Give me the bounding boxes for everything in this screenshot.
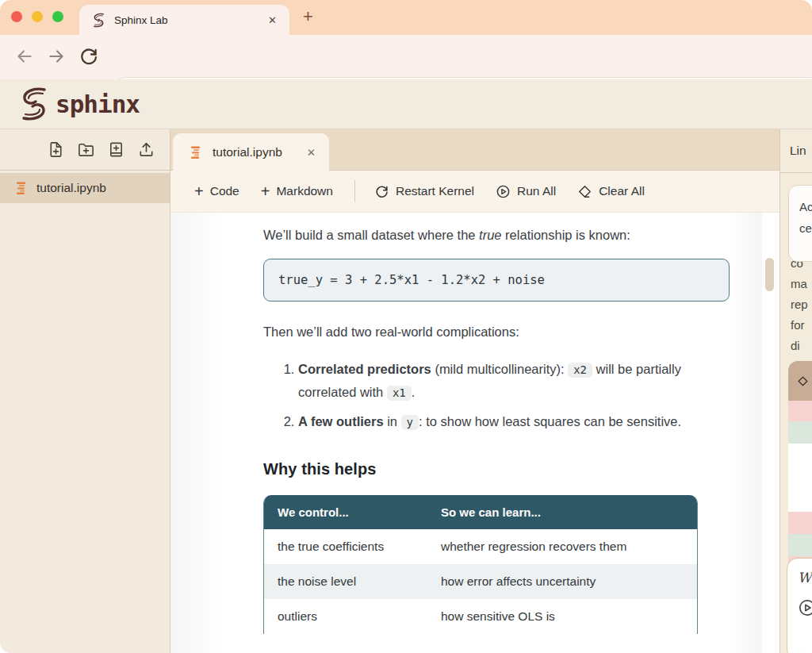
diff-body [788, 401, 812, 578]
scrollbar-thumb[interactable] [765, 258, 774, 291]
browser-tab-title: Sphinx Lab [114, 14, 265, 26]
diff-line-added [788, 421, 812, 444]
inline-code-x1: x1 [387, 386, 412, 401]
browser-tab[interactable]: Sphinx Lab ✕ [79, 5, 289, 35]
new-notebook-icon[interactable] [107, 140, 125, 159]
forward-button[interactable] [46, 46, 67, 67]
sphinx-favicon-icon [92, 13, 105, 28]
paragraph-dataset: We’ll build a small dataset where the tr… [263, 225, 730, 245]
assistant-panel: Lin comarepfordian Acce W [779, 129, 812, 653]
assistant-card-line: ce [799, 217, 812, 239]
inline-code-x2: x2 [568, 363, 592, 378]
assistant-card-line: Ac [799, 196, 812, 217]
table-header-cell: So we can learn... [427, 495, 697, 529]
plus-icon: + [194, 183, 204, 199]
add-markdown-cell-button[interactable]: + Markdown [261, 183, 333, 199]
minimize-window-button[interactable] [32, 11, 43, 22]
table-cell: the true coefficients [264, 529, 427, 564]
play-circle-icon [496, 184, 511, 199]
add-code-cell-button[interactable]: + Code [194, 183, 239, 199]
brand-wordmark: sphinx [56, 90, 140, 118]
code-cell[interactable]: true_y = 3 + 2.5*x1 - 1.2*x2 + noise [263, 259, 730, 302]
assistant-panel-title: Lin [790, 144, 806, 158]
sphinx-logo-icon [21, 86, 48, 121]
upload-icon[interactable] [137, 140, 155, 159]
sidebar-item-tutorial-ipynb[interactable]: tutorial.ipynb [0, 173, 170, 203]
run-all-label: Run All [517, 184, 556, 198]
emphasis-true: true [479, 228, 501, 242]
diff-line-removed [788, 401, 812, 421]
assistant-panel-header: Lin [780, 129, 812, 173]
table-cell: outliers [264, 599, 427, 634]
zoom-window-button[interactable] [52, 11, 63, 22]
assistant-text-line: ma [791, 274, 812, 294]
file-sidebar: tutorial.ipynb [0, 129, 170, 653]
table-row: the true coefficientswhether regression … [264, 529, 697, 564]
notebook-file-icon [190, 146, 203, 159]
table-cell: whether regression recovers them [427, 529, 697, 564]
list-item: A few outliers in y: to show how least s… [298, 410, 730, 434]
sparkle-diamond-icon [797, 375, 809, 387]
browser-navbar: app.prod.sphinx.ai [0, 35, 812, 79]
list-item: Correlated predictors (mild multicolline… [298, 358, 730, 405]
new-folder-icon[interactable] [77, 140, 95, 159]
diff-card [788, 361, 812, 578]
chat-input-card[interactable]: W [787, 558, 812, 653]
new-file-icon[interactable] [47, 140, 65, 159]
paragraph-complications: Then we’ll add two real-world complicati… [263, 322, 730, 342]
eraser-diamond-icon [577, 184, 592, 199]
notebook-tab-label: tutorial.ipynb [213, 145, 304, 159]
diff-line-removed [788, 512, 812, 534]
send-play-button[interactable] [798, 598, 812, 617]
close-window-button[interactable] [11, 11, 22, 22]
table-row: outliershow sensitive OLS is [264, 599, 697, 634]
run-all-button[interactable]: Run All [496, 184, 556, 199]
new-tab-button[interactable]: + [298, 6, 318, 27]
back-button[interactable] [14, 46, 35, 67]
notebook-tab-tutorial[interactable]: tutorial.ipynb ✕ [173, 133, 329, 171]
complications-list: Correlated predictors (mild multicolline… [263, 358, 730, 434]
restart-kernel-button[interactable]: Restart Kernel [374, 184, 474, 199]
clear-all-button[interactable]: Clear All [577, 184, 645, 199]
chat-placeholder[interactable]: W [798, 570, 812, 586]
file-name-label: tutorial.ipynb [36, 181, 106, 195]
diff-card-header [788, 361, 812, 401]
toolbar-divider [354, 180, 355, 202]
notebook-toolbar: + Code + Markdown Restart Kernel Run All [170, 171, 779, 213]
assistant-card: Acce [788, 185, 812, 262]
tab-close-icon[interactable]: ✕ [265, 13, 280, 28]
notebook-tab-close-icon[interactable]: ✕ [304, 144, 318, 160]
restart-kernel-label: Restart Kernel [396, 184, 474, 198]
traffic-lights [11, 11, 63, 22]
notebook-content[interactable]: We’ll build a small dataset where the tr… [170, 213, 779, 653]
inline-code-y: y [401, 415, 419, 430]
assistant-text-line: di [791, 336, 812, 356]
assistant-text-line: rep [791, 294, 812, 315]
section-heading: Why this helps [263, 460, 730, 478]
clear-all-label: Clear All [599, 184, 645, 198]
sidebar-toolbar [0, 129, 170, 171]
table-cell: the noise level [264, 564, 427, 599]
table-header-cell: We control... [264, 495, 427, 529]
table-row: the noise levelhow error affects uncerta… [264, 564, 697, 599]
markdown-cell: We’ll build a small dataset where the tr… [263, 225, 730, 634]
comparison-table: We control... So we can learn... the tru… [263, 495, 698, 634]
notebook-file-icon [16, 182, 29, 194]
diff-line-added [788, 534, 812, 556]
table-cell: how sensitive OLS is [427, 599, 697, 634]
diff-line-blank [788, 444, 812, 512]
table-header-row: We control... So we can learn... [264, 495, 697, 529]
table-cell: how error affects uncertainty [427, 564, 697, 599]
reload-button[interactable] [79, 46, 99, 67]
notebook-tab-strip: tutorial.ipynb ✕ [170, 129, 779, 171]
assistant-text-line: for [791, 315, 812, 336]
add-code-label: Code [210, 184, 239, 198]
restart-icon [374, 184, 389, 199]
add-markdown-label: Markdown [276, 184, 333, 198]
browser-window: Sphinx Lab ✕ + app.prod.sphinx.ai sphinx [0, 0, 812, 653]
code-text: true_y = 3 + 2.5*x1 - 1.2*x2 + noise [278, 273, 545, 287]
notebook-main: tutorial.ipynb ✕ + Code + Markdown Resta… [170, 129, 779, 653]
app-header: sphinx [0, 79, 812, 129]
plus-icon: + [261, 183, 270, 199]
browser-tab-strip: Sphinx Lab ✕ + [0, 0, 812, 35]
